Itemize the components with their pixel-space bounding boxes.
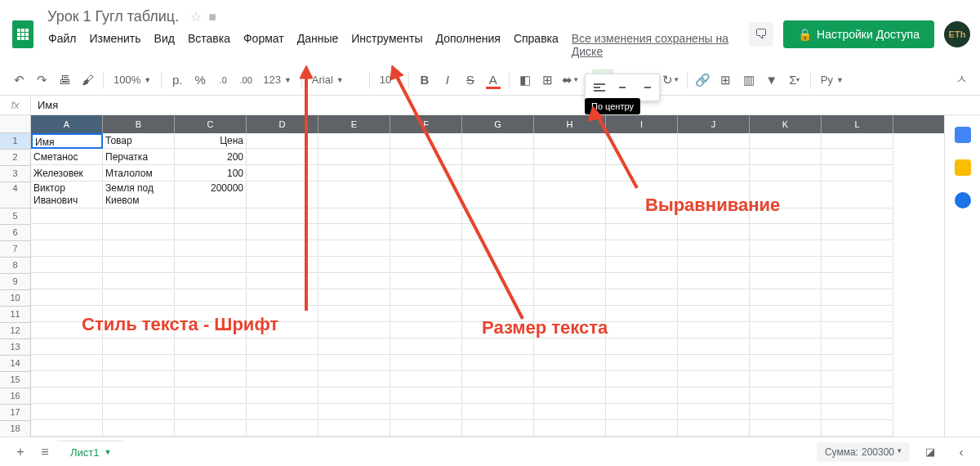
row-header[interactable]: 12 — [0, 323, 31, 339]
cell[interactable] — [462, 182, 534, 208]
cell[interactable] — [390, 339, 462, 355]
menu-edit[interactable]: Изменить — [83, 29, 146, 61]
cell[interactable] — [822, 372, 893, 388]
cell[interactable] — [31, 258, 103, 273]
cell[interactable] — [822, 274, 893, 289]
cell[interactable] — [103, 421, 175, 437]
cell[interactable] — [462, 405, 534, 420]
cell[interactable] — [318, 339, 390, 355]
row-header[interactable]: 16 — [0, 388, 31, 405]
cell[interactable] — [175, 372, 247, 388]
cell[interactable] — [822, 421, 893, 437]
collapse-toolbar-button[interactable]: ㅅ — [951, 69, 972, 91]
cell[interactable] — [103, 241, 175, 257]
cell[interactable] — [318, 290, 390, 306]
undo-button[interactable]: ↶ — [8, 69, 29, 91]
cell[interactable] — [822, 388, 893, 404]
cell[interactable] — [31, 241, 103, 257]
cell[interactable] — [390, 208, 462, 224]
row-header[interactable]: 6 — [0, 225, 31, 241]
cell[interactable] — [247, 307, 318, 322]
cell[interactable]: Цена — [175, 133, 247, 149]
cell[interactable] — [318, 421, 390, 437]
cell[interactable] — [390, 307, 462, 322]
cell[interactable] — [247, 133, 318, 149]
menu-data[interactable]: Данные — [292, 29, 345, 61]
cell[interactable] — [318, 166, 390, 181]
row-header[interactable]: 9 — [0, 274, 31, 290]
cell[interactable] — [31, 388, 103, 404]
select-all-corner[interactable] — [0, 115, 31, 133]
cell[interactable] — [750, 166, 822, 181]
cell[interactable] — [606, 225, 678, 240]
cell[interactable] — [175, 208, 247, 224]
cell[interactable] — [750, 421, 822, 437]
cell[interactable] — [175, 421, 247, 437]
fx-label[interactable]: fx — [0, 96, 31, 114]
sum-display[interactable]: Сумма:200300▾ — [817, 442, 910, 462]
cell[interactable] — [462, 421, 534, 437]
cell[interactable] — [534, 290, 606, 306]
insert-link-button[interactable]: 🔗 — [693, 69, 714, 91]
cell[interactable] — [462, 274, 534, 289]
row-header[interactable]: 18 — [0, 421, 31, 437]
cell[interactable] — [31, 323, 103, 338]
font-select[interactable]: Arial▼ — [307, 71, 364, 88]
cell[interactable] — [534, 421, 606, 437]
borders-button[interactable]: ⊞ — [537, 69, 559, 91]
cell[interactable] — [534, 339, 606, 355]
cell[interactable] — [822, 150, 893, 165]
cell[interactable]: Имя — [31, 133, 103, 149]
cell[interactable] — [678, 323, 750, 338]
col-header-I[interactable]: I — [606, 115, 678, 133]
cell[interactable] — [534, 372, 606, 388]
cell[interactable] — [678, 150, 750, 165]
cell[interactable] — [318, 274, 390, 289]
cell[interactable] — [462, 372, 534, 388]
cell[interactable] — [247, 182, 318, 208]
cell[interactable] — [750, 405, 822, 420]
cell[interactable] — [462, 323, 534, 338]
calendar-icon[interactable] — [955, 127, 971, 143]
align-left-option[interactable] — [589, 78, 610, 97]
cell[interactable] — [462, 258, 534, 273]
col-header-L[interactable]: L — [822, 115, 893, 133]
cell[interactable] — [534, 258, 606, 273]
cell[interactable] — [318, 258, 390, 273]
cell[interactable] — [750, 225, 822, 240]
doc-title[interactable]: Урок 1 Гугл таблиц. — [42, 7, 184, 27]
cell[interactable] — [103, 323, 175, 338]
cell[interactable] — [606, 290, 678, 306]
col-header-F[interactable]: F — [390, 115, 462, 133]
cell[interactable] — [822, 356, 893, 371]
formula-input[interactable]: Имя — [31, 96, 980, 114]
col-header-H[interactable]: H — [534, 115, 606, 133]
cell[interactable] — [390, 421, 462, 437]
cell[interactable] — [31, 208, 103, 224]
folder-icon[interactable]: ■ — [208, 10, 216, 25]
cell[interactable] — [750, 133, 822, 149]
decimal-increase-button[interactable]: .00 — [235, 69, 256, 91]
currency-button[interactable]: р. — [167, 69, 188, 91]
menu-tools[interactable]: Инструменты — [345, 29, 428, 61]
cell[interactable] — [822, 166, 893, 181]
cell[interactable]: Сметанос — [31, 150, 103, 165]
cell[interactable]: Товар — [103, 133, 175, 149]
row-header[interactable]: 8 — [0, 258, 31, 274]
cell[interactable] — [462, 241, 534, 257]
cell[interactable] — [462, 166, 534, 181]
cell[interactable] — [678, 372, 750, 388]
cell[interactable] — [822, 258, 893, 273]
cell[interactable] — [462, 208, 534, 224]
row-header[interactable]: 7 — [0, 241, 31, 258]
cell[interactable] — [606, 421, 678, 437]
col-header-A[interactable]: A — [31, 115, 103, 133]
cell[interactable] — [534, 133, 606, 149]
cell[interactable] — [534, 182, 606, 208]
cell[interactable] — [606, 182, 678, 208]
align-center-option[interactable] — [612, 78, 633, 97]
row-header[interactable]: 17 — [0, 405, 31, 421]
cell[interactable] — [462, 150, 534, 165]
cell[interactable] — [175, 356, 247, 371]
chevron-left-icon[interactable]: ‹ — [951, 441, 972, 463]
